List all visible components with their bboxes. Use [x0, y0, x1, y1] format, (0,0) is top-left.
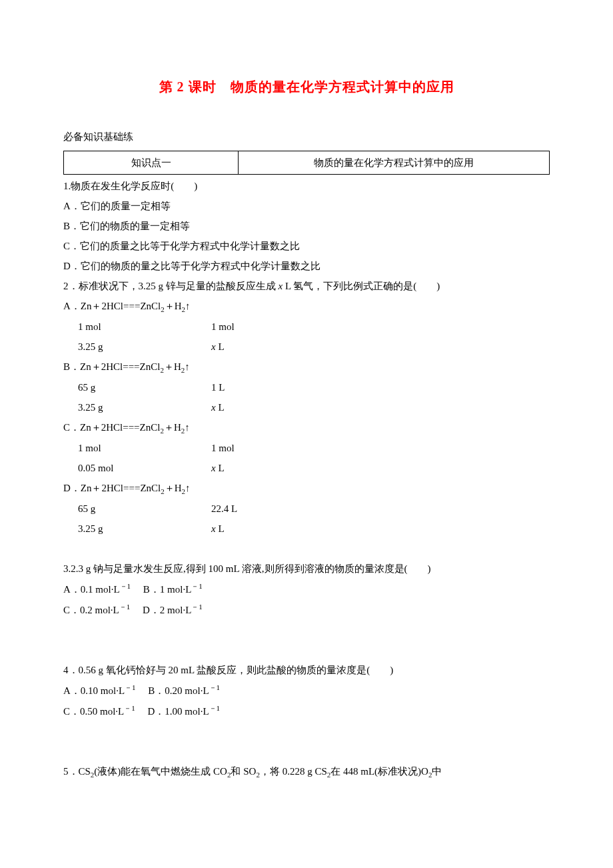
q5-a: 5．CS	[63, 766, 91, 777]
cell: 1 mol	[211, 317, 344, 337]
exp: －1	[125, 683, 136, 691]
knowledge-point-table: 知识点一 物质的量在化学方程式计算中的应用	[63, 151, 550, 175]
unit: L	[216, 463, 225, 473]
up-arrow-icon: ↑	[185, 361, 190, 372]
table-row: 知识点一 物质的量在化学方程式计算中的应用	[64, 151, 550, 175]
q3-opt-a: A．0.1 mol·L	[63, 584, 120, 595]
q2-c-block: 1 mol1 mol 0.05 molx L	[63, 438, 550, 478]
spacer	[63, 741, 550, 761]
cell: 1 L	[211, 377, 344, 397]
cell: 22.4 L	[211, 499, 344, 519]
q2-opt-a-eq: A．Zn＋2HCl===ZnCl2＋H2↑	[63, 296, 550, 317]
eq-tail: ＋H	[164, 422, 181, 433]
q2-stem-b: L 氢气，下列比例式正确的是( )	[283, 281, 440, 291]
cell: 65 g	[63, 377, 211, 397]
eq-tail: ＋H	[165, 483, 182, 493]
var-x: x	[211, 463, 216, 473]
cell: x L	[211, 337, 344, 357]
eq-text: A．Zn＋2HCl===ZnCl	[63, 301, 161, 311]
spacer	[63, 539, 550, 559]
q2-opt-d-eq: D．Zn＋2HCl===ZnCl2＋H2↑	[63, 478, 550, 499]
eq-tail: ＋H	[165, 301, 182, 311]
section-label: 必备知识基础练	[63, 127, 550, 147]
eq-text: D．Zn＋2HCl===ZnCl	[63, 483, 161, 493]
q3-opt-d: D．2 mol·L	[143, 605, 191, 615]
unit: L	[216, 402, 225, 413]
exp: －1	[124, 704, 135, 712]
cell: 1 mol	[211, 438, 344, 458]
eq-tail: ＋H	[164, 361, 181, 372]
cell: 3.25 g	[63, 337, 211, 357]
q4-opt-c: C．0.50 mol·L	[63, 706, 124, 717]
up-arrow-icon: ↑	[185, 422, 190, 433]
q2-stem-a: 2．标准状况下，3.25 g 锌与足量的盐酸反应生成	[63, 281, 279, 291]
spacer	[63, 640, 550, 660]
q5-b: (液体)能在氧气中燃烧生成 CO	[94, 766, 227, 777]
cell: 3.25 g	[63, 519, 211, 539]
cell: 1 mol	[63, 438, 211, 458]
exp: －1	[119, 603, 131, 611]
kp-left: 知识点一	[64, 151, 239, 175]
q3-stem: 3.2.3 g 钠与足量水发生反应,得到 100 mL 溶液,则所得到溶液的物质…	[63, 559, 550, 579]
q5-d: ，将 0.228 g CS	[260, 766, 327, 777]
q4-stem: 4．0.56 g 氧化钙恰好与 20 mL 盐酸反应，则此盐酸的物质的量浓度是(…	[63, 660, 550, 680]
q2-a-block: 1 mol1 mol 3.25 gx L	[63, 317, 550, 357]
cell: 1 mol	[63, 317, 211, 337]
q3-opt-c: C．0.2 mol·L	[63, 605, 119, 615]
cell: x L	[211, 519, 344, 539]
up-arrow-icon: ↑	[185, 483, 191, 493]
q2-b-block: 65 g1 L 3.25 gx L	[63, 377, 550, 417]
q5-e: 在 448 mL(标准状况)O	[330, 766, 428, 777]
exp: －1	[191, 582, 203, 590]
q4-opt-b: B．0.20 mol·L	[148, 685, 209, 696]
var-x: x	[211, 341, 216, 352]
q2-opt-b-eq: B．Zn＋2HCl===ZnCl2＋H2↑	[63, 357, 550, 377]
eq-text: B．Zn＋2HCl===ZnCl	[63, 361, 160, 372]
q2-opt-c-eq: C．Zn＋2HCl===ZnCl2＋H2↑	[63, 417, 550, 438]
q5-f: 中	[432, 766, 442, 777]
q4-opts-line1: A．0.10 mol·L－1 B．0.20 mol·L－1	[63, 680, 550, 701]
lesson-title: 第 2 课时 物质的量在化学方程式计算中的应用	[63, 73, 550, 100]
var-x: x	[211, 402, 216, 413]
cell: x L	[211, 397, 344, 417]
cell: 0.05 mol	[63, 458, 211, 478]
q4-opt-d: D．1.00 mol·L	[148, 706, 209, 717]
up-arrow-icon: ↑	[185, 301, 191, 311]
cell: 65 g	[63, 499, 211, 519]
q1-opt-c: C．它们的质量之比等于化学方程式中化学计量数之比	[63, 236, 550, 256]
unit: L	[216, 341, 225, 352]
var-x: x	[211, 523, 216, 534]
exp: －1	[209, 683, 221, 691]
q1-opt-b: B．它们的物质的量一定相等	[63, 216, 550, 236]
q1-opt-d: D．它们的物质的量之比等于化学方程式中化学计量数之比	[63, 256, 550, 276]
exp: －1	[191, 603, 203, 611]
exp: －1	[120, 582, 131, 590]
q5-stem: 5．CS2(液体)能在氧气中燃烧生成 CO2和 SO2，将 0.228 g CS…	[63, 761, 550, 782]
cell: 3.25 g	[63, 397, 211, 417]
kp-right: 物质的量在化学方程式计算中的应用	[239, 151, 550, 175]
q4-opt-a: A．0.10 mol·L	[63, 685, 125, 696]
q3-opts-line1: A．0.1 mol·L－1 B．1 mol·L－1	[63, 579, 550, 599]
q4-opts-line2: C．0.50 mol·L－1 D．1.00 mol·L－1	[63, 701, 550, 721]
q1-stem: 1.物质在发生化学反应时( )	[63, 176, 550, 196]
exp: －1	[209, 704, 221, 712]
spacer	[63, 721, 550, 741]
q3-opts-line2: C．0.2 mol·L－1 D．2 mol·L－1	[63, 599, 550, 620]
cell: x L	[211, 458, 344, 478]
unit: L	[216, 523, 225, 534]
q1-opt-a: A．它们的质量一定相等	[63, 196, 550, 216]
q2-stem: 2．标准状况下，3.25 g 锌与足量的盐酸反应生成 x L 氢气，下列比例式正…	[63, 276, 550, 296]
q3-opt-b: B．1 mol·L	[143, 584, 192, 595]
spacer	[63, 620, 550, 640]
q2-d-block: 65 g22.4 L 3.25 gx L	[63, 499, 550, 539]
q5-c: 和 SO	[231, 766, 256, 777]
eq-text: C．Zn＋2HCl===ZnCl	[63, 422, 160, 433]
